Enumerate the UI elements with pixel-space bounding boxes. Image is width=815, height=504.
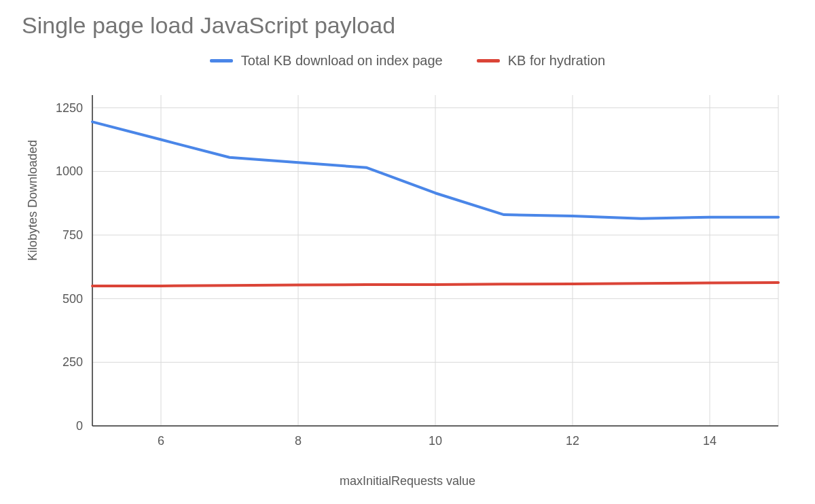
legend-label-hydration: KB for hydration <box>508 53 605 69</box>
svg-text:10: 10 <box>429 434 442 448</box>
y-axis-title: Kilobytes Downloaded <box>26 140 40 261</box>
svg-text:1250: 1250 <box>56 101 83 115</box>
legend-label-total: Total KB download on index page <box>241 53 443 69</box>
legend-swatch-blue <box>210 59 233 62</box>
svg-text:12: 12 <box>566 434 579 448</box>
svg-text:1000: 1000 <box>56 164 83 178</box>
legend-swatch-red <box>477 59 500 62</box>
plot-area: 02505007501000125068101214 <box>92 95 778 426</box>
chart-title: Single page load JavaScript payload <box>22 12 395 39</box>
svg-text:750: 750 <box>62 228 83 242</box>
svg-text:14: 14 <box>703 434 717 448</box>
svg-text:500: 500 <box>62 292 83 306</box>
plot-svg: 02505007501000125068101214 <box>92 95 778 426</box>
legend-item-total: Total KB download on index page <box>210 53 443 69</box>
legend-item-hydration: KB for hydration <box>477 53 605 69</box>
line-chart: Single page load JavaScript payload Tota… <box>0 0 815 504</box>
svg-text:8: 8 <box>295 434 302 448</box>
svg-text:0: 0 <box>76 419 83 433</box>
x-axis-title: maxInitialRequests value <box>0 474 815 488</box>
svg-text:6: 6 <box>158 434 164 448</box>
legend: Total KB download on index page KB for h… <box>0 53 815 69</box>
svg-text:250: 250 <box>62 355 83 369</box>
